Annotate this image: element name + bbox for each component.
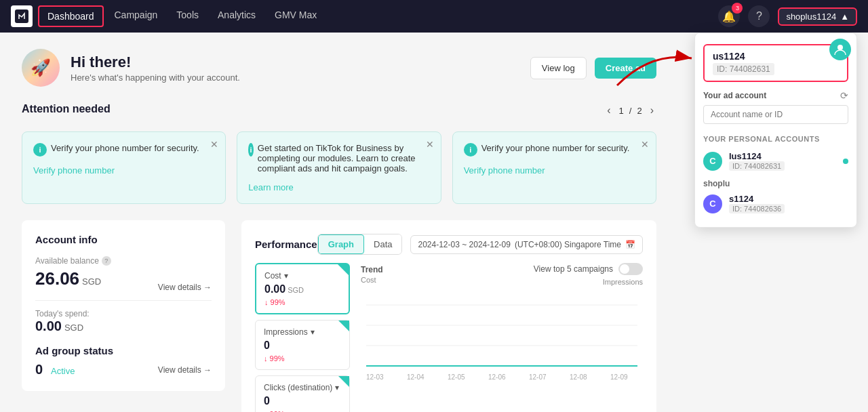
balance-row: Available balance ? 26.06 SGD View detai… bbox=[35, 256, 212, 301]
nav-item-analytics[interactable]: Analytics bbox=[210, 5, 264, 27]
main-content: 🚀 Hi there! Here's what's happening with… bbox=[0, 33, 678, 412]
metric-card-clicks[interactable]: Clicks (destination) ▾ 0 ↓ 99% bbox=[255, 375, 350, 412]
spend-row: Today's spend: 0.00 SGD bbox=[35, 309, 212, 334]
selected-corner-clicks bbox=[338, 376, 349, 387]
account-info-title: Account info bbox=[35, 234, 212, 245]
dropdown-account-item-0[interactable]: C lus1124 ID: 744082631 bbox=[695, 146, 856, 176]
profile-icon bbox=[829, 39, 851, 60]
nav-right: 🔔 3 ? shoplus1124 ▲ bbox=[718, 5, 857, 27]
account-name-1: s1124 bbox=[729, 194, 785, 204]
right-column: Performance Graph Data 2024-12-03 ~ 2024… bbox=[241, 220, 656, 412]
header-illustration: 🚀 bbox=[22, 49, 60, 87]
cost-chevron-icon: ▾ bbox=[284, 271, 288, 281]
cost-currency: SGD bbox=[288, 286, 304, 294]
selected-corner-cost bbox=[338, 264, 349, 275]
performance-chart: 12-03 12-04 12-05 12-06 12-07 12-08 12-0… bbox=[361, 291, 643, 386]
left-column: Account info Available balance ? 26.06 S… bbox=[22, 220, 225, 412]
create-ad-button[interactable]: Create ad bbox=[595, 58, 656, 79]
attention-card-2-link[interactable]: Verify phone number bbox=[464, 165, 545, 176]
view-log-button[interactable]: View log bbox=[530, 57, 587, 79]
header-actions: View log Create ad bbox=[530, 57, 656, 79]
nav-item-tools[interactable]: Tools bbox=[168, 5, 207, 27]
account-dropdown-popup: us1124 ID: 744082631 Your ad account ⟳ Y… bbox=[694, 33, 857, 228]
ad-group-status-label: Active bbox=[51, 366, 75, 376]
ad-group-view-details-link[interactable]: View details → bbox=[158, 365, 212, 375]
nav-items: Dashboard Campaign Tools Analytics GMV M… bbox=[38, 5, 718, 27]
your-ad-account-label: Your ad account bbox=[703, 91, 766, 100]
ad-group-count: 0 bbox=[35, 362, 43, 377]
performance-header: Performance Graph Data 2024-12-03 ~ 2024… bbox=[255, 234, 643, 255]
date-range-text: 2024-12-03 ~ 2024-12-09 bbox=[418, 240, 510, 249]
attention-card-0-link[interactable]: Verify phone number bbox=[33, 165, 115, 176]
account-switcher-button[interactable]: shoplus1124 ▲ bbox=[778, 7, 857, 26]
notifications-button[interactable]: 🔔 3 bbox=[718, 5, 740, 27]
account-id-0: ID: 744082631 bbox=[729, 161, 785, 171]
performance-section: Performance Graph Data 2024-12-03 ~ 2024… bbox=[241, 220, 656, 412]
dropdown-section-title: YOUR PERSONAL ACCOUNTS bbox=[695, 129, 856, 146]
attention-card-1-text: i Get started on TikTok for Business by … bbox=[248, 143, 429, 173]
ad-group-count-status: 0 Active bbox=[35, 362, 75, 377]
greeting-title: Hi there! bbox=[71, 54, 240, 71]
chevron-up-icon: ▲ bbox=[840, 12, 849, 22]
pagination-prev-button[interactable]: ‹ bbox=[604, 104, 613, 117]
metrics-column: Cost ▾ 0.00 SGD ↓ 99% bbox=[255, 263, 350, 412]
view-top5-toggle[interactable] bbox=[618, 263, 643, 275]
attention-card-1-close[interactable]: ✕ bbox=[426, 139, 434, 150]
balance-currency: SGD bbox=[82, 276, 101, 287]
tab-graph[interactable]: Graph bbox=[318, 234, 364, 254]
svg-point-12 bbox=[837, 45, 843, 50]
header-text: Hi there! Here's what's happening with y… bbox=[71, 54, 240, 83]
pagination-total: 2 bbox=[637, 106, 642, 116]
account-name-label: shoplus1124 bbox=[786, 12, 836, 22]
refresh-button[interactable]: ⟳ bbox=[840, 90, 848, 101]
metric-card-cost[interactable]: Cost ▾ 0.00 SGD ↓ 99% bbox=[255, 263, 350, 314]
pagination-next-button[interactable]: › bbox=[648, 104, 656, 117]
trend-title: Trend bbox=[361, 265, 383, 274]
attention-card-2-close[interactable]: ✕ bbox=[641, 139, 649, 150]
greeting-subtitle: Here's what's happening with your accoun… bbox=[71, 73, 240, 83]
trend-cost-label: Cost bbox=[361, 276, 383, 284]
attention-cards: ✕ i Verify your phone number for securit… bbox=[22, 131, 656, 204]
trend-section: Trend Cost bbox=[361, 265, 383, 284]
selected-corner-impressions bbox=[338, 321, 349, 331]
attention-section-header: Attention needed ‹ 1 / 2 › bbox=[22, 103, 656, 123]
account-name-0: lus1124 bbox=[729, 151, 785, 161]
notifications-badge: 3 bbox=[732, 3, 743, 14]
dropdown-account-item-1[interactable]: C s1124 ID: 744082636 bbox=[695, 188, 856, 219]
svg-text:12-04: 12-04 bbox=[407, 373, 425, 381]
page-header: 🚀 Hi there! Here's what's happening with… bbox=[22, 49, 656, 87]
clicks-label: Clicks (destination) ▾ bbox=[264, 383, 341, 392]
help-button[interactable]: ? bbox=[748, 5, 770, 27]
shoplu-group-label: shoplu bbox=[695, 176, 856, 188]
attention-card-1-link[interactable]: Learn more bbox=[248, 182, 293, 192]
chart-header: Trend Cost View top 5 campaigns Impressi… bbox=[361, 263, 643, 286]
cost-value: 0.00 bbox=[264, 283, 285, 295]
impressions-value: 0 bbox=[264, 339, 341, 352]
chart-column: Trend Cost View top 5 campaigns Impressi… bbox=[361, 263, 643, 412]
cost-value-row: 0.00 SGD bbox=[264, 281, 340, 295]
account-id-1: ID: 744082636 bbox=[729, 204, 785, 213]
spend-label: Today's spend: bbox=[35, 309, 212, 318]
view-top5-row: View top 5 campaigns bbox=[534, 263, 643, 275]
ad-group-status-section: Ad group status 0 Active View details → bbox=[35, 345, 212, 377]
nav-item-campaign[interactable]: Campaign bbox=[106, 5, 166, 27]
chart-right-controls: View top 5 campaigns Impressions bbox=[534, 263, 643, 286]
metric-card-impressions[interactable]: Impressions ▾ 0 ↓ 99% bbox=[255, 320, 350, 370]
nav-item-gmvmax[interactable]: GMV Max bbox=[267, 5, 325, 27]
tab-data[interactable]: Data bbox=[364, 234, 401, 254]
account-info-1: s1124 ID: 744082636 bbox=[729, 194, 785, 213]
nav-item-dashboard[interactable]: Dashboard bbox=[38, 5, 104, 27]
svg-text:12-08: 12-08 bbox=[570, 373, 587, 381]
balance-info: Available balance ? 26.06 SGD bbox=[35, 256, 111, 292]
balance-view-details-link[interactable]: View details → bbox=[158, 283, 212, 292]
two-col-layout: Account info Available balance ? 26.06 S… bbox=[22, 220, 656, 412]
attention-card-1: ✕ i Get started on TikTok for Business b… bbox=[237, 131, 441, 204]
cost-change: ↓ 99% bbox=[264, 298, 340, 306]
attention-card-0-close[interactable]: ✕ bbox=[210, 139, 218, 150]
account-search-input[interactable] bbox=[703, 105, 848, 124]
calendar-icon: 📅 bbox=[625, 240, 635, 249]
balance-info-icon: ? bbox=[102, 256, 111, 266]
dropdown-search-section: Your ad account ⟳ bbox=[695, 85, 856, 129]
ad-group-title: Ad group status bbox=[35, 345, 212, 356]
date-range-picker[interactable]: 2024-12-03 ~ 2024-12-09 (UTC+08:00) Sing… bbox=[410, 235, 643, 254]
